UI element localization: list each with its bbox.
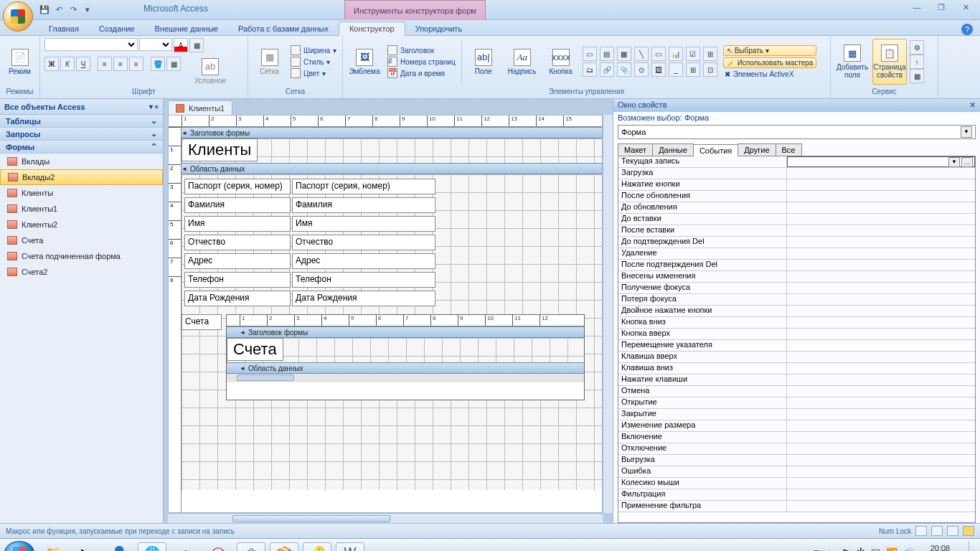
prop-row[interactable]: После подтверждения Del bbox=[618, 260, 975, 271]
prop-value[interactable] bbox=[787, 191, 975, 202]
start-button[interactable] bbox=[4, 541, 34, 552]
tray-power-icon[interactable]: ⏻ bbox=[856, 547, 865, 551]
prop-tab-other[interactable]: Другие bbox=[738, 143, 776, 156]
button-control-button[interactable]: xxxxКнопка bbox=[544, 39, 578, 85]
prop-row[interactable]: Выгрузка bbox=[618, 455, 975, 466]
view-mode-button[interactable]: 📄Режим bbox=[4, 39, 35, 85]
tab-external[interactable]: Внешние данные bbox=[145, 22, 228, 35]
nav-form-item[interactable]: Вклады bbox=[0, 154, 163, 169]
prop-row[interactable]: Фильтрация bbox=[618, 489, 975, 501]
tray-lang[interactable]: RU bbox=[814, 549, 825, 552]
control-pgbreak[interactable]: ⎯ bbox=[669, 62, 683, 77]
control-tab[interactable]: 🗂 bbox=[583, 62, 597, 77]
prop-row[interactable]: Закрытие bbox=[618, 409, 975, 420]
align-left-button[interactable]: ≡ bbox=[98, 57, 112, 71]
control-option[interactable]: ⊙ bbox=[634, 62, 649, 77]
nav-form-item[interactable]: Вклады2 bbox=[0, 169, 163, 185]
subform-label[interactable]: Счета bbox=[182, 314, 222, 330]
prop-row[interactable]: Удаление bbox=[618, 248, 975, 260]
help-icon[interactable]: ? bbox=[961, 24, 973, 35]
label-control-button[interactable]: AaНадпись bbox=[505, 39, 540, 85]
property-sheet-button[interactable]: 📋Страница свойств bbox=[872, 39, 907, 85]
prop-value[interactable] bbox=[787, 317, 975, 328]
prop-row[interactable]: После обновления bbox=[618, 191, 975, 202]
tray-shield-icon[interactable]: 🛡 bbox=[871, 547, 880, 551]
task-explorer[interactable]: 📁 bbox=[39, 542, 67, 552]
task-people[interactable]: 👤 bbox=[105, 542, 133, 552]
prop-value[interactable] bbox=[787, 501, 975, 512]
prop-row[interactable]: Ошибка bbox=[618, 466, 975, 478]
field-textbox[interactable]: Дата Рождения bbox=[292, 291, 435, 306]
control-image[interactable]: 🖼 bbox=[651, 62, 666, 77]
redo-icon[interactable]: ↷ bbox=[67, 4, 79, 16]
subform-title[interactable]: Счета bbox=[227, 338, 283, 361]
subform-new-icon[interactable]: ▦ bbox=[910, 69, 924, 83]
font-size-combo[interactable] bbox=[139, 38, 172, 51]
prop-value[interactable] bbox=[787, 283, 975, 293]
nav-group-queries[interactable]: Запросы⌄ bbox=[0, 128, 163, 141]
grid-width-option[interactable]: Ширина ▾ bbox=[289, 44, 338, 56]
prop-row[interactable]: Текущая запись▼… bbox=[618, 156, 975, 168]
prop-row[interactable]: Отмена bbox=[618, 386, 975, 397]
prop-value[interactable] bbox=[787, 340, 975, 351]
field-label[interactable]: Дата Рождения bbox=[184, 291, 291, 306]
nav-group-tables[interactable]: Таблицы⌄ bbox=[0, 115, 163, 128]
bold-button[interactable]: Ж bbox=[44, 57, 59, 71]
tray-chevron-icon[interactable]: ▴ bbox=[831, 547, 836, 551]
control-hyper[interactable]: 🔗 bbox=[600, 62, 614, 77]
prop-row[interactable]: Внесены изменения bbox=[618, 271, 975, 283]
field-textbox[interactable]: Имя bbox=[292, 216, 435, 232]
prop-value[interactable] bbox=[787, 202, 975, 213]
fill-color-button[interactable]: 🪣 bbox=[151, 57, 165, 71]
prop-value[interactable] bbox=[787, 271, 975, 282]
align-center-button[interactable]: ≡ bbox=[113, 57, 128, 71]
undo-icon[interactable]: ↶ bbox=[53, 4, 65, 16]
code-icon[interactable]: ⚙ bbox=[910, 40, 924, 55]
font-family-combo[interactable] bbox=[44, 38, 138, 51]
grid-style-option[interactable]: Стиль ▾ bbox=[289, 56, 338, 67]
task-chrome[interactable]: 🌐 bbox=[138, 542, 166, 552]
close-button[interactable]: ✕ bbox=[957, 3, 974, 14]
prop-row[interactable]: После вставки bbox=[618, 225, 975, 237]
prop-value[interactable] bbox=[787, 375, 975, 385]
prop-row[interactable]: Колесико мыши bbox=[618, 478, 975, 489]
prop-value[interactable] bbox=[787, 168, 975, 179]
sub-section-header[interactable]: Заголовок формы bbox=[227, 326, 584, 338]
control-attach[interactable]: 📎 bbox=[617, 62, 631, 77]
tab-constructor[interactable]: Конструктор bbox=[339, 22, 405, 36]
section-detail[interactable]: Область данных bbox=[169, 163, 602, 174]
prop-value[interactable] bbox=[787, 248, 975, 259]
field-textbox[interactable]: Паспорт (серия, номер) bbox=[292, 179, 435, 194]
task-media[interactable]: ▶ bbox=[72, 542, 100, 552]
format-painter-icon[interactable]: ▦ bbox=[166, 57, 181, 71]
control-combo[interactable]: ▭ bbox=[583, 47, 597, 61]
tray-volume-icon[interactable]: 🔊 bbox=[903, 547, 915, 551]
tray-network-icon[interactable]: 📶 bbox=[886, 547, 897, 551]
textbox-control-button[interactable]: ab|Поле bbox=[466, 39, 501, 85]
prop-value[interactable] bbox=[787, 466, 975, 477]
add-fields-button[interactable]: ▦Добавить поля bbox=[835, 39, 870, 85]
control-bound[interactable]: ⊞ bbox=[686, 62, 700, 77]
prop-value[interactable] bbox=[787, 363, 975, 374]
control-rect[interactable]: ▭ bbox=[651, 47, 666, 61]
prop-value[interactable] bbox=[787, 306, 975, 316]
qat-dropdown-icon[interactable]: ▾ bbox=[82, 4, 93, 16]
nav-collapse-icon[interactable]: ▾ « bbox=[149, 103, 159, 110]
canvas-hscroll[interactable] bbox=[168, 513, 603, 523]
pagenum-checkbox[interactable]: #Номера страниц bbox=[386, 56, 457, 67]
control-toggle[interactable]: ⊞ bbox=[703, 47, 717, 61]
control-chart[interactable]: 📊 bbox=[669, 47, 683, 61]
tab-create[interactable]: Создание bbox=[89, 22, 145, 35]
prop-row[interactable]: Отключение bbox=[618, 443, 975, 455]
prop-value[interactable] bbox=[787, 237, 975, 248]
prop-value[interactable] bbox=[787, 294, 975, 305]
prop-value[interactable] bbox=[787, 214, 975, 225]
nav-form-item[interactable]: Счета bbox=[0, 232, 163, 248]
task-access[interactable]: 🔑 bbox=[303, 542, 331, 552]
nav-form-item[interactable]: Счета подчиненная форма bbox=[0, 248, 163, 264]
form-title-label[interactable]: Клиенты bbox=[182, 138, 258, 161]
task-ie[interactable]: ℯ bbox=[171, 542, 199, 552]
prop-value[interactable] bbox=[787, 225, 975, 236]
field-textbox[interactable]: Адрес bbox=[292, 253, 435, 269]
font-color-button[interactable]: A bbox=[174, 38, 188, 52]
